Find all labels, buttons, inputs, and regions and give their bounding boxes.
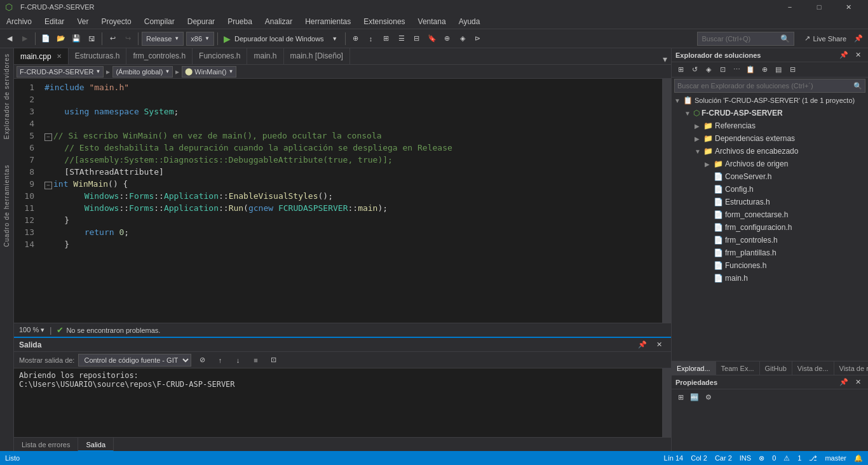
live-share-button[interactable]: ↗ Live Share — [801, 34, 850, 43]
undo-button[interactable]: ↩ — [105, 32, 119, 46]
sol-tb-btn-3[interactable]: ◈ — [702, 64, 715, 76]
tree-item-referencias[interactable]: ▶ 📁 Referencias — [672, 119, 868, 132]
start-debug-button[interactable]: ▶ — [221, 34, 233, 44]
sol-tab-vista1[interactable]: Vista de... — [792, 361, 834, 375]
prop-tb-properties[interactable]: ⚙ — [702, 391, 715, 403]
forward-button[interactable]: ▶ — [18, 32, 32, 46]
btm-tab-output[interactable]: Salida — [78, 438, 114, 452]
tab-close-main-cpp[interactable]: ✕ — [57, 53, 62, 60]
toolbar-icon-3[interactable]: ⊞ — [379, 32, 393, 46]
tree-item-sources[interactable]: ▶ 📁 Archivos de origen — [672, 158, 868, 170]
tree-item-funciones[interactable]: 📄 Funciones.h — [672, 259, 868, 272]
tree-item-coneserver[interactable]: 📄 ConeServer.h — [672, 170, 868, 183]
menu-compilar[interactable]: Compilar — [138, 14, 181, 29]
back-button[interactable]: ◀ — [3, 32, 17, 46]
problems-indicator[interactable]: ✔ No se encontraron problemas. — [57, 325, 160, 335]
sol-tb-btn-6[interactable]: 📋 — [744, 64, 757, 76]
sol-tb-btn-4[interactable]: ⊡ — [716, 64, 729, 76]
open-button[interactable]: 📂 — [54, 32, 68, 46]
sol-tb-btn-9[interactable]: ⊟ — [786, 64, 799, 76]
tree-item-headers[interactable]: ▼ 📁 Archivos de encabezado — [672, 145, 868, 158]
output-pin-button[interactable]: 📌 — [635, 338, 649, 352]
search-icon[interactable]: 🔍 — [780, 34, 790, 43]
sol-close-button[interactable]: ✕ — [851, 49, 864, 62]
toolbar-icon-8[interactable]: ◈ — [456, 32, 470, 46]
tree-item-deps[interactable]: ▶ 📁 Dependencias externas — [672, 132, 868, 145]
sol-tb-btn-2[interactable]: ↺ — [688, 64, 701, 76]
menu-proyecto[interactable]: Proyecto — [95, 14, 137, 29]
save-button[interactable]: 🖫 — [85, 32, 98, 46]
tab-main-cpp[interactable]: main.cpp ✕ — [14, 48, 69, 64]
save-all-button[interactable]: 💾 — [69, 32, 83, 46]
toolbar-icon-2[interactable]: ↕ — [364, 32, 378, 46]
tab-estructuras-h[interactable]: Estructuras.h — [69, 48, 127, 64]
search-input[interactable] — [702, 35, 778, 43]
tree-item-frm-controles[interactable]: 📄 frm_controles.h — [672, 234, 868, 246]
function-scope-dropdown[interactable]: ⬤ WinMain() ▼ — [182, 66, 236, 78]
output-btn-2[interactable]: ↓ — [231, 353, 245, 367]
menu-ver[interactable]: Ver — [71, 14, 95, 29]
sol-tab-explorador[interactable]: Explorad... — [672, 361, 716, 375]
editor-scrollbar[interactable] — [662, 79, 671, 323]
menu-herramientas[interactable]: Herramientas — [299, 14, 357, 29]
sol-search-icon[interactable]: 🔍 — [853, 82, 862, 90]
sol-tab-vista2[interactable]: Vista de r... — [834, 361, 868, 375]
menu-ventana[interactable]: Ventana — [412, 14, 452, 29]
prop-tb-alphabetical[interactable]: 🔤 — [688, 391, 701, 403]
global-scope-dropdown[interactable]: (Ámbito global) ▼ — [112, 66, 173, 78]
output-source-dropdown[interactable]: Control de código fuente - GIT — [78, 354, 191, 367]
sol-search-input[interactable] — [677, 82, 853, 90]
tree-item-frm-configuracion[interactable]: 📄 frm_configuracion.h — [672, 221, 868, 234]
menu-ayuda[interactable]: Ayuda — [452, 14, 487, 29]
server-explorer-tab[interactable]: Explorador de servidores — [3, 51, 10, 142]
prop-close-button[interactable]: ✕ — [851, 376, 864, 389]
tabs-overflow-button[interactable]: ▾ — [659, 54, 671, 64]
sol-tab-github[interactable]: GitHub — [760, 361, 792, 375]
new-project-button[interactable]: 📄 — [39, 32, 53, 46]
minimize-button[interactable]: − — [775, 0, 804, 14]
toolbar-icon-6[interactable]: 🔖 — [425, 32, 439, 46]
sol-tb-btn-5[interactable]: ⋯ — [730, 64, 743, 76]
build-config-dropdown[interactable]: Release ▼ — [142, 32, 184, 46]
tree-item-solution[interactable]: ▼ 📋 Solución 'F-CRUD-ASP-SERVER' (1 de 1… — [672, 94, 868, 107]
close-button[interactable]: ✕ — [834, 0, 863, 14]
sol-tb-btn-1[interactable]: ⊞ — [674, 64, 687, 76]
toolbar-icon-9[interactable]: ⊳ — [471, 32, 485, 46]
menu-archivo[interactable]: Archivo — [0, 14, 38, 29]
tree-item-main-h[interactable]: 📄 main.h — [672, 272, 868, 285]
menu-analizar[interactable]: Analizar — [259, 14, 299, 29]
menu-depurar[interactable]: Depurar — [181, 14, 221, 29]
menu-prueba[interactable]: Prueba — [221, 14, 259, 29]
tab-main-h-design[interactable]: main.h [Diseño] — [284, 48, 350, 64]
redo-button[interactable]: ↪ — [121, 32, 135, 46]
tree-item-project[interactable]: ▼ ⬡ F-CRUD-ASP-SERVER — [672, 107, 868, 119]
debug-target-dropdown[interactable]: ▼ — [328, 32, 342, 46]
output-close-button[interactable]: ✕ — [652, 338, 666, 352]
tab-main-h[interactable]: main.h — [247, 48, 283, 64]
sol-tb-btn-8[interactable]: ▤ — [772, 64, 785, 76]
toolbar-icon-7[interactable]: ⊕ — [440, 32, 454, 46]
toolbox-tab[interactable]: Cuadro de herramientas — [3, 162, 10, 250]
tab-funciones-h[interactable]: Funciones.h — [193, 48, 247, 64]
menu-extensiones[interactable]: Extensiones — [357, 14, 411, 29]
tree-item-frm-plantillas[interactable]: 📄 frm_plantillas.h — [672, 246, 868, 259]
tree-item-config[interactable]: 📄 Config.h — [672, 183, 868, 196]
sol-tab-team[interactable]: Team Ex... — [716, 361, 760, 375]
output-scrollbar[interactable] — [662, 368, 671, 437]
clear-output-button[interactable]: ⊘ — [195, 353, 209, 367]
pin-button[interactable]: 📌 — [851, 32, 865, 46]
toolbar-icon-1[interactable]: ⊕ — [349, 32, 363, 46]
project-scope-dropdown[interactable]: F-CRUD-ASP-SERVER ▼ — [17, 66, 104, 78]
output-btn-4[interactable]: ⊡ — [266, 353, 280, 367]
tab-frm-controles-h[interactable]: frm_controles.h — [126, 48, 193, 64]
build-platform-dropdown[interactable]: x86 ▼ — [186, 32, 214, 46]
zoom-level[interactable]: 100 % ▾ — [19, 326, 44, 334]
output-btn-3[interactable]: ≡ — [248, 353, 262, 367]
toolbar-icon-4[interactable]: ☰ — [395, 32, 409, 46]
code-content[interactable]: #include "main.h" using namespace System… — [39, 79, 662, 323]
btm-tab-errors[interactable]: Lista de errores — [14, 438, 78, 452]
prop-tb-categories[interactable]: ⊞ — [674, 391, 687, 403]
sol-pin-button[interactable]: 📌 — [837, 49, 850, 62]
toolbar-icon-5[interactable]: ⊟ — [410, 32, 424, 46]
output-btn-1[interactable]: ↑ — [213, 353, 227, 367]
